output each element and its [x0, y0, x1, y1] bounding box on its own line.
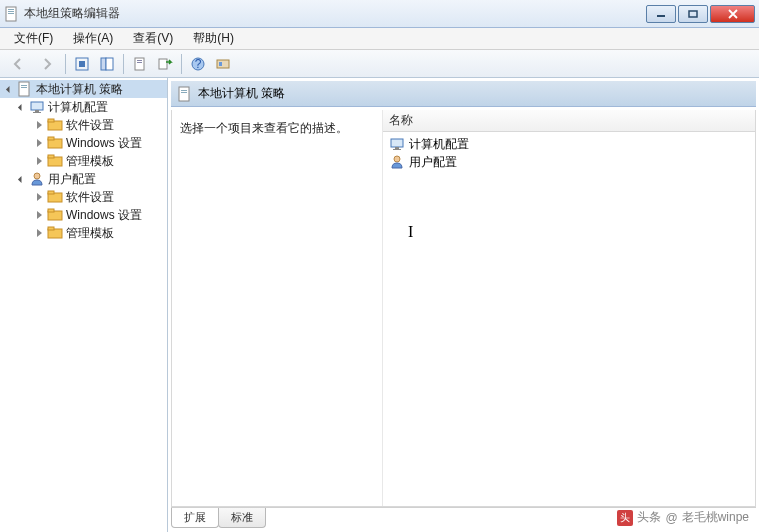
expander-icon[interactable] [34, 228, 45, 239]
svg-rect-2 [8, 11, 14, 12]
tree-label: 本地计算机 策略 [36, 81, 123, 98]
expander-icon[interactable] [16, 174, 27, 185]
svg-text:?: ? [195, 57, 202, 71]
folder-icon [47, 153, 63, 169]
content-header-title: 本地计算机 策略 [198, 85, 285, 102]
expander-icon[interactable] [16, 102, 27, 113]
expander-icon[interactable] [34, 138, 45, 149]
toolbar-divider [65, 54, 66, 74]
svg-rect-19 [21, 85, 27, 86]
tree-windows-settings[interactable]: Windows 设置 [0, 206, 167, 224]
svg-rect-41 [395, 147, 399, 149]
menubar: 文件(F) 操作(A) 查看(V) 帮助(H) [0, 28, 759, 50]
svg-rect-16 [217, 60, 229, 68]
content-body: 选择一个项目来查看它的描述。 名称 计算机配置 用户配置 I [171, 110, 756, 507]
svg-rect-39 [181, 92, 187, 93]
svg-rect-7 [79, 61, 85, 67]
svg-rect-3 [8, 13, 14, 14]
list-body: 计算机配置 用户配置 [383, 132, 755, 174]
folder-icon [47, 135, 63, 151]
expander-icon[interactable] [4, 84, 15, 95]
up-button[interactable] [70, 53, 94, 75]
watermark-prefix: 头条 [637, 509, 661, 526]
description-column: 选择一个项目来查看它的描述。 [172, 110, 382, 506]
tree-label: Windows 设置 [66, 207, 142, 224]
toolbar: ? [0, 50, 759, 78]
computer-icon [389, 136, 405, 152]
list-item-computer[interactable]: 计算机配置 [383, 135, 755, 153]
svg-rect-4 [657, 15, 665, 17]
svg-rect-23 [33, 112, 41, 113]
policy-icon [17, 81, 33, 97]
folder-icon [47, 225, 63, 241]
svg-rect-25 [48, 119, 54, 122]
svg-rect-27 [48, 137, 54, 140]
svg-rect-37 [179, 87, 189, 101]
svg-rect-38 [181, 90, 187, 91]
titlebar: 本地组策略编辑器 [0, 0, 759, 28]
minimize-button[interactable] [646, 5, 676, 23]
tree-software-settings[interactable]: 软件设置 [0, 116, 167, 134]
expander-icon[interactable] [34, 210, 45, 221]
column-header-name[interactable]: 名称 [383, 110, 755, 132]
tree-windows-settings[interactable]: Windows 设置 [0, 134, 167, 152]
svg-rect-34 [48, 209, 54, 212]
svg-rect-29 [48, 155, 54, 158]
svg-rect-8 [101, 58, 106, 70]
toolbar-divider [181, 54, 182, 74]
filter-button[interactable] [211, 53, 235, 75]
tree-computer-config[interactable]: 计算机配置 [0, 98, 167, 116]
watermark: 头 头条 @ 老毛桃winpe [617, 509, 749, 526]
maximize-button[interactable] [678, 5, 708, 23]
menu-help[interactable]: 帮助(H) [183, 27, 244, 50]
list-item-user[interactable]: 用户配置 [383, 153, 755, 171]
tree-software-settings[interactable]: 软件设置 [0, 188, 167, 206]
properties-button[interactable] [128, 53, 152, 75]
expander-icon[interactable] [34, 156, 45, 167]
help-button[interactable]: ? [186, 53, 210, 75]
menu-file[interactable]: 文件(F) [4, 27, 63, 50]
svg-rect-32 [48, 191, 54, 194]
tree-label: 用户配置 [48, 171, 96, 188]
expander-icon[interactable] [34, 192, 45, 203]
svg-rect-5 [689, 11, 697, 17]
tree-admin-templates[interactable]: 管理模板 [0, 152, 167, 170]
tab-extended[interactable]: 扩展 [171, 508, 219, 528]
tree-root[interactable]: 本地计算机 策略 [0, 80, 167, 98]
window-title: 本地组策略编辑器 [24, 5, 646, 22]
expander-icon[interactable] [34, 120, 45, 131]
svg-rect-1 [8, 9, 14, 10]
tree-label: 管理模板 [66, 153, 114, 170]
svg-rect-20 [21, 87, 27, 88]
tree-label: Windows 设置 [66, 135, 142, 152]
svg-rect-40 [391, 139, 403, 147]
tree-user-config[interactable]: 用户配置 [0, 170, 167, 188]
svg-rect-22 [35, 110, 39, 112]
main-area: 本地计算机 策略 计算机配置 软件设置 Windows 设置 管理模板 用户配置 [0, 78, 759, 532]
export-button[interactable] [153, 53, 177, 75]
back-button [4, 53, 32, 75]
watermark-author: 老毛桃winpe [682, 509, 749, 526]
tree-label: 软件设置 [66, 117, 114, 134]
user-icon [389, 154, 405, 170]
svg-rect-36 [48, 227, 54, 230]
svg-rect-42 [393, 149, 401, 150]
user-icon [29, 171, 45, 187]
tree-admin-templates[interactable]: 管理模板 [0, 224, 167, 242]
svg-point-30 [34, 173, 40, 179]
svg-rect-17 [219, 62, 222, 66]
close-button[interactable] [710, 5, 755, 23]
tree-label: 计算机配置 [48, 99, 108, 116]
tab-standard[interactable]: 标准 [218, 508, 266, 528]
svg-rect-10 [135, 58, 144, 70]
watermark-icon: 头 [617, 510, 633, 526]
menu-action[interactable]: 操作(A) [63, 27, 123, 50]
show-hide-tree-button[interactable] [95, 53, 119, 75]
menu-view[interactable]: 查看(V) [123, 27, 183, 50]
tree-label: 管理模板 [66, 225, 114, 242]
tree-label: 软件设置 [66, 189, 114, 206]
tree-panel[interactable]: 本地计算机 策略 计算机配置 软件设置 Windows 设置 管理模板 用户配置 [0, 78, 168, 532]
window-controls [646, 5, 755, 23]
folder-icon [47, 189, 63, 205]
toolbar-divider [123, 54, 124, 74]
